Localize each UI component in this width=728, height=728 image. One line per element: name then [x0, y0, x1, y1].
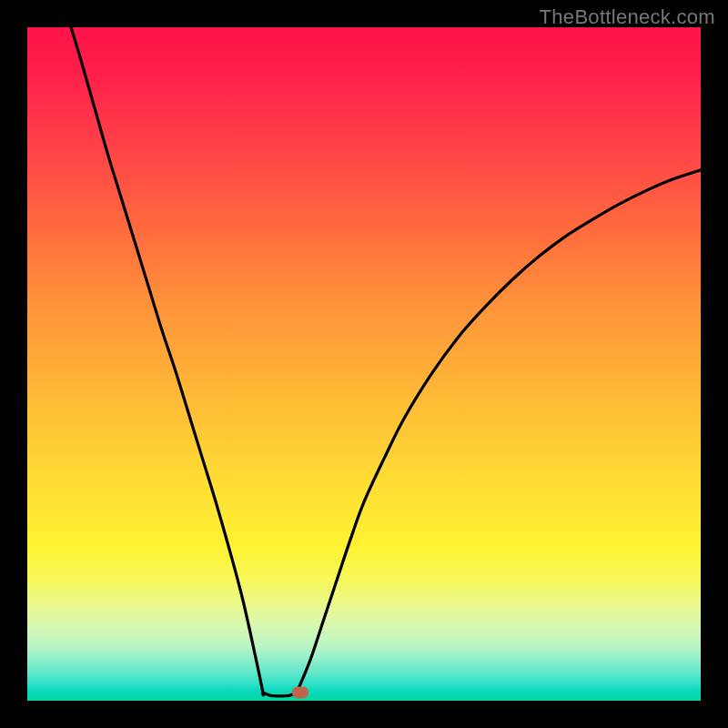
curve-svg — [27, 27, 701, 701]
chart-frame: TheBottleneck.com — [0, 0, 728, 728]
watermark-text: TheBottleneck.com — [540, 5, 715, 29]
curve-line — [71, 27, 701, 696]
minimum-marker — [292, 687, 308, 699]
plot-area — [27, 27, 701, 701]
